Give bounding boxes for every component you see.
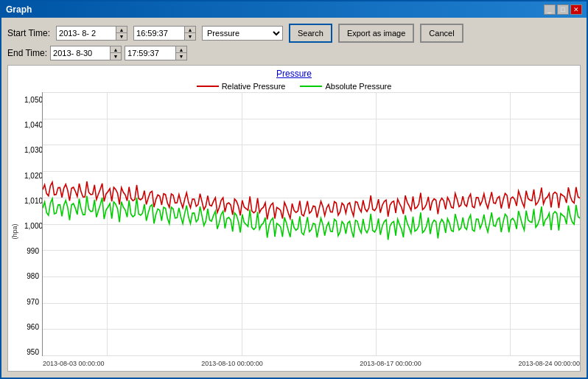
end-time-down[interactable]: ▼: [176, 53, 186, 60]
y-tick: 1,040: [24, 121, 39, 129]
x-labels: 2013-08-03 00:00:002013-08-10 00:00:0020…: [43, 360, 580, 367]
start-time-down[interactable]: ▼: [185, 33, 195, 40]
chart-title: Pressure: [8, 66, 580, 80]
end-date-input[interactable]: [50, 46, 111, 60]
y-tick: 1,000: [24, 222, 39, 230]
end-time-input[interactable]: [125, 46, 176, 60]
main-window: Graph _ □ ✕ Start Time: ▲ ▼: [0, 0, 588, 379]
end-date-arrows: ▲ ▼: [111, 46, 122, 60]
window-title: Graph: [6, 4, 32, 15]
y-axis: (hpa) 1,0501,0401,0301,0201,0101,0009909…: [8, 92, 42, 371]
end-time-spinbox[interactable]: ▲ ▼: [125, 46, 187, 60]
start-time-arrows: ▲ ▼: [185, 26, 196, 41]
y-tick: 1,020: [24, 172, 39, 180]
chart-wrapper: (hpa) 1,0501,0401,0301,0201,0101,0009909…: [8, 92, 580, 371]
maximize-button[interactable]: □: [557, 4, 569, 15]
chart-area: Pressure Relative Pressure Absolute Pres…: [7, 65, 581, 372]
start-date-up[interactable]: ▲: [116, 27, 127, 33]
y-axis-label: (hpa): [11, 223, 18, 239]
end-time-label: End Time:: [7, 48, 47, 58]
pressure-line: [43, 196, 580, 240]
toolbar-row1: Start Time: ▲ ▼ ▲ ▼ Pressure: [7, 24, 581, 43]
y-tick: 1,010: [24, 197, 39, 205]
legend-line-relative: [197, 86, 219, 87]
y-tick: 950: [24, 348, 39, 356]
y-tick: 1,050: [24, 96, 39, 104]
search-button[interactable]: Search: [289, 24, 332, 43]
start-time-label: Start Time:: [7, 28, 50, 38]
end-time-arrows: ▲ ▼: [176, 46, 187, 60]
chart-plot: 2013-08-03 00:00:002013-08-10 00:00:0020…: [42, 92, 580, 356]
x-tick: 2013-08-17 00:00:00: [360, 360, 421, 367]
x-tick: 2013-08-10 00:00:00: [201, 360, 263, 367]
x-tick: 2013-08-24 00:00:00: [518, 360, 580, 367]
grid-line-h: [43, 355, 580, 356]
end-date-spinbox[interactable]: ▲ ▼: [50, 46, 122, 60]
legend-item-absolute: Absolute Pressure: [300, 82, 391, 91]
legend-label-absolute: Absolute Pressure: [325, 82, 391, 91]
chart-type-dropdown[interactable]: Pressure Temperature Humidity: [202, 26, 283, 41]
y-tick: 990: [24, 247, 39, 255]
chart-legend: Relative Pressure Absolute Pressure: [8, 80, 580, 92]
cancel-button[interactable]: Cancel: [420, 24, 463, 43]
y-tick: 980: [24, 272, 39, 280]
export-button[interactable]: Export as image: [338, 24, 414, 43]
start-date-down[interactable]: ▼: [116, 33, 127, 40]
y-tick: 970: [24, 298, 39, 306]
end-time-up[interactable]: ▲: [176, 46, 186, 53]
start-time-up[interactable]: ▲: [185, 27, 195, 33]
minimize-button[interactable]: _: [544, 4, 556, 15]
start-date-arrows: ▲ ▼: [116, 26, 127, 41]
pressure-line: [43, 181, 580, 220]
start-time-spinbox[interactable]: ▲ ▼: [133, 26, 196, 41]
chart-svg: [43, 92, 580, 355]
start-time-input[interactable]: [133, 26, 185, 41]
y-tick: 960: [24, 323, 39, 331]
title-bar: Graph _ □ ✕: [1, 1, 587, 18]
content-area: Start Time: ▲ ▼ ▲ ▼ Pressure: [1, 18, 587, 378]
toolbar-row2: End Time: ▲ ▼ ▲ ▼: [7, 46, 581, 60]
legend-line-absolute: [300, 86, 322, 87]
legend-item-relative: Relative Pressure: [197, 82, 286, 91]
legend-label-relative: Relative Pressure: [222, 82, 286, 91]
end-date-up[interactable]: ▲: [111, 46, 121, 53]
start-date-spinbox[interactable]: ▲ ▼: [56, 26, 127, 41]
toolbar-rows: Start Time: ▲ ▼ ▲ ▼ Pressure: [7, 24, 581, 60]
window-controls: _ □ ✕: [544, 4, 582, 15]
start-date-input[interactable]: [56, 26, 116, 41]
close-button[interactable]: ✕: [570, 4, 582, 15]
x-tick: 2013-08-03 00:00:00: [43, 360, 105, 367]
end-date-down[interactable]: ▼: [111, 53, 121, 60]
y-tick: 1,030: [24, 146, 39, 154]
